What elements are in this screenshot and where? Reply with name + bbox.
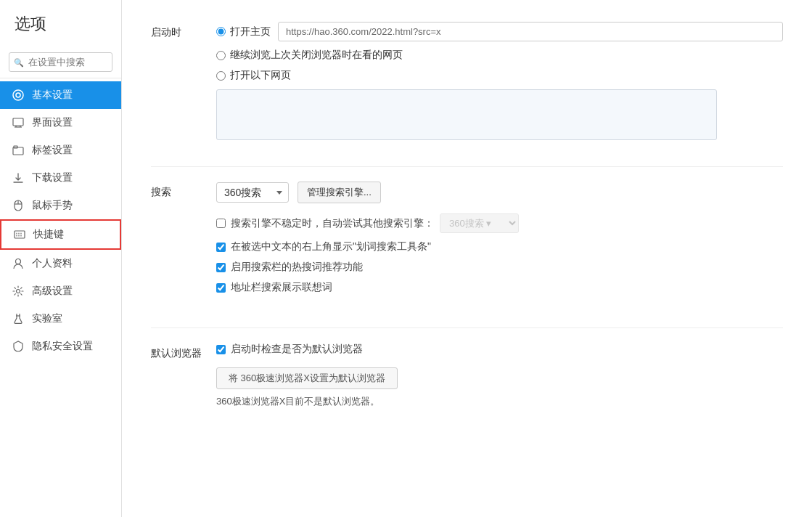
sidebar-item-shortcut[interactable]: 快捷键 (0, 219, 121, 250)
unstable-engine-checkbox[interactable] (216, 219, 226, 228)
startup-radio-homepage[interactable] (216, 27, 226, 36)
svg-point-19 (16, 259, 21, 264)
highlight-search-label[interactable]: 在被选中文本的右上角显示"划词搜索工具条" (231, 240, 431, 253)
sidebar-item-privacy[interactable]: 隐私安全设置 (0, 333, 121, 360)
search-engine-row: 360搜索 百度 必应 谷歌 管理搜索引擎... (216, 182, 783, 203)
sidebar-item-basic[interactable]: 基本设置 (0, 81, 121, 109)
sidebar-search-wrap (0, 46, 121, 78)
set-default-button[interactable]: 将 360极速浏览器X设置为默认浏览器 (216, 367, 398, 389)
sidebar-item-download[interactable]: 下载设置 (0, 164, 121, 192)
hotword-label[interactable]: 启用搜索栏的热搜词推荐功能 (231, 261, 363, 274)
check-default-checkbox[interactable] (216, 345, 226, 354)
svg-rect-12 (15, 231, 25, 238)
manage-engines-button[interactable]: 管理搜索引擎... (298, 182, 381, 203)
sidebar-item-lab[interactable]: 实验室 (0, 305, 121, 333)
default-browser-row: 默认浏览器 启动时检查是否为默认浏览器 将 360极速浏览器X设置为默认浏览器 … (151, 343, 783, 408)
check-default-row: 启动时检查是否为默认浏览器 (216, 343, 783, 356)
sidebar-item-shortcut-label: 快捷键 (33, 228, 64, 241)
sidebar-item-mouse-label: 鼠标手势 (32, 199, 73, 212)
shield-icon (12, 340, 25, 353)
search-engine-select[interactable]: 360搜索 百度 必应 谷歌 (216, 182, 289, 203)
hotword-checkbox[interactable] (216, 263, 226, 272)
sidebar-item-ui[interactable]: 界面设置 (0, 109, 121, 137)
startup-option1-label[interactable]: 打开主页 (230, 25, 271, 38)
sidebar-item-download-label: 下载设置 (32, 171, 73, 184)
startup-option3-row: 打开以下网页 (216, 69, 783, 82)
default-browser-section: 默认浏览器 启动时检查是否为默认浏览器 将 360极速浏览器X设置为默认浏览器 … (151, 343, 783, 408)
hotword-row: 启用搜索栏的热搜词推荐功能 (216, 261, 783, 274)
search-content: 360搜索 百度 必应 谷歌 管理搜索引擎... 搜索引擎不稳定时，自动尝试其他… (216, 182, 783, 301)
divider2 (151, 327, 783, 328)
startup-option1-row: 打开主页 (216, 22, 783, 41)
startup-content: 打开主页 继续浏览上次关闭浏览器时在看的网页 打开以下网页 (216, 22, 783, 140)
main-content: 启动时 打开主页 继续浏览上次关闭浏览器时在看的网页 打开以下网页 (122, 0, 812, 517)
sidebar-item-profile[interactable]: 个人资料 (0, 250, 121, 277)
sidebar-item-mouse[interactable]: 鼠标手势 (0, 192, 121, 219)
default-browser-note: 360极速浏览器X目前不是默认浏览器。 (216, 395, 783, 408)
divider1 (151, 166, 783, 167)
download-icon (12, 171, 25, 184)
unstable-engine-select: 360搜索 ▾ (440, 213, 519, 233)
gear-icon (12, 285, 25, 298)
startup-option3-label[interactable]: 打开以下网页 (230, 69, 291, 82)
user-icon (12, 257, 25, 270)
monitor-icon (12, 116, 25, 129)
sidebar-item-tabs[interactable]: 标签设置 (0, 137, 121, 164)
sidebar-item-advanced[interactable]: 高级设置 (0, 277, 121, 305)
startup-option2-label[interactable]: 继续浏览上次关闭浏览器时在看的网页 (230, 49, 403, 62)
sidebar-item-privacy-label: 隐私安全设置 (32, 340, 93, 353)
suggest-row: 地址栏搜索展示联想词 (216, 281, 783, 294)
check-default-label[interactable]: 启动时检查是否为默认浏览器 (231, 343, 363, 356)
sidebar-title: 选项 (0, 0, 121, 46)
search-row: 搜索 360搜索 百度 必应 谷歌 管理搜索引擎... 搜索引擎不稳定时，自动尝… (151, 182, 783, 301)
default-browser-content: 启动时检查是否为默认浏览器 将 360极速浏览器X设置为默认浏览器 360极速浏… (216, 343, 783, 408)
startup-option2-row: 继续浏览上次关闭浏览器时在看的网页 (216, 49, 783, 62)
search-label: 搜索 (151, 182, 216, 199)
mouse-icon (12, 199, 25, 212)
startup-label: 启动时 (151, 22, 216, 39)
suggest-label[interactable]: 地址栏搜索展示联想词 (231, 281, 332, 294)
sidebar-item-ui-label: 界面设置 (32, 116, 73, 129)
startup-section: 启动时 打开主页 继续浏览上次关闭浏览器时在看的网页 打开以下网页 (151, 22, 783, 140)
sidebar: 选项 基本设置 界面设置 标签设置 (0, 0, 122, 517)
startup-url-input[interactable] (278, 22, 783, 41)
unstable-engine-label[interactable]: 搜索引擎不稳定时，自动尝试其他搜索引擎： (231, 217, 434, 230)
flask-icon (12, 312, 25, 325)
svg-point-20 (17, 290, 20, 293)
tab-icon (12, 144, 25, 157)
highlight-search-checkbox[interactable] (216, 243, 226, 252)
sidebar-item-basic-label: 基本设置 (32, 89, 73, 102)
startup-radio-continue[interactable] (216, 51, 226, 60)
svg-rect-2 (13, 118, 23, 126)
sidebar-item-profile-label: 个人资料 (32, 257, 73, 270)
startup-radio-custom[interactable] (216, 71, 226, 81)
highlight-search-row: 在被选中文本的右上角显示"划词搜索工具条" (216, 240, 783, 253)
sidebar-item-tabs-label: 标签设置 (32, 144, 73, 157)
unstable-engine-row: 搜索引擎不稳定时，自动尝试其他搜索引擎： 360搜索 ▾ (216, 213, 783, 233)
sidebar-item-advanced-label: 高级设置 (32, 285, 73, 298)
keyboard-icon (13, 228, 26, 241)
suggest-checkbox[interactable] (216, 283, 226, 293)
sidebar-item-lab-label: 实验室 (32, 312, 62, 325)
svg-point-0 (13, 90, 23, 100)
search-section: 搜索 360搜索 百度 必应 谷歌 管理搜索引擎... 搜索引擎不稳定时，自动尝… (151, 182, 783, 301)
sidebar-nav: 基本设置 界面设置 标签设置 下载设置 鼠标手势 (0, 78, 121, 517)
default-browser-label: 默认浏览器 (151, 343, 216, 360)
search-input[interactable] (9, 52, 112, 72)
startup-custom-urls[interactable] (216, 89, 717, 140)
settings-circle-icon (12, 89, 25, 102)
startup-row: 启动时 打开主页 继续浏览上次关闭浏览器时在看的网页 打开以下网页 (151, 22, 783, 140)
svg-point-1 (16, 93, 20, 97)
